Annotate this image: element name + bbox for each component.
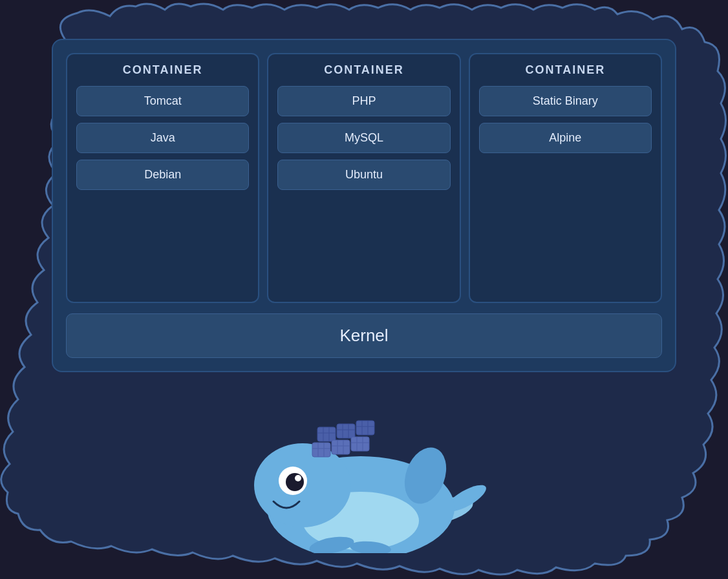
- svg-rect-31: [351, 437, 369, 451]
- svg-rect-27: [332, 440, 350, 454]
- container-1-label: CONTAINER: [76, 63, 249, 77]
- container-1-layer-0: Tomcat: [76, 86, 249, 116]
- container-3: CONTAINER Static Binary Alpine: [469, 53, 662, 303]
- kernel-bar: Kernel: [66, 313, 662, 358]
- svg-rect-23: [312, 443, 330, 457]
- container-1-layer-2: Debian: [76, 160, 249, 190]
- container-2-layer-2: Ubuntu: [277, 160, 450, 190]
- container-3-layer-0: Static Binary: [479, 86, 652, 116]
- docker-whale: [241, 385, 487, 553]
- container-3-label: CONTAINER: [479, 63, 652, 77]
- svg-point-9: [286, 473, 304, 491]
- svg-rect-11: [317, 427, 336, 441]
- container-1-layer-1: Java: [76, 123, 249, 153]
- scene: CONTAINER Tomcat Java Debian CONTAINER P…: [0, 0, 728, 579]
- diagram-area: CONTAINER Tomcat Java Debian CONTAINER P…: [52, 39, 676, 372]
- svg-rect-19: [356, 421, 374, 435]
- container-2: CONTAINER PHP MySQL Ubuntu: [267, 53, 460, 303]
- containers-row: CONTAINER Tomcat Java Debian CONTAINER P…: [66, 53, 662, 303]
- svg-rect-15: [337, 424, 355, 438]
- container-2-layer-0: PHP: [277, 86, 450, 116]
- container-2-label: CONTAINER: [277, 63, 450, 77]
- container-2-layer-1: MySQL: [277, 123, 450, 153]
- svg-point-10: [295, 475, 301, 481]
- container-3-layer-1: Alpine: [479, 123, 652, 153]
- container-1: CONTAINER Tomcat Java Debian: [66, 53, 259, 303]
